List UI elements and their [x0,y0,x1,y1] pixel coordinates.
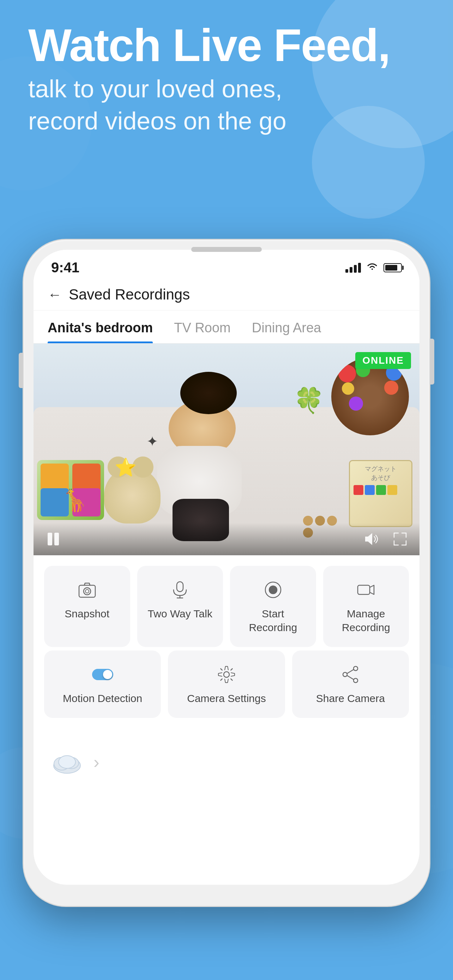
video-camera-icon [356,579,375,601]
pause-button[interactable] [44,530,62,548]
motion-detection-button[interactable]: Motion Detection [44,651,161,718]
volume-button[interactable] [363,530,381,548]
signal-bars-icon [345,263,361,273]
share-camera-button[interactable]: Share Camera [292,651,409,718]
status-time: 9:41 [51,259,79,275]
camera-settings-label: Camera Settings [187,691,265,705]
svg-rect-2 [79,585,95,597]
svg-line-15 [347,670,353,673]
svg-rect-5 [177,582,183,592]
hero-subtitle-line1: talk to your loved ones, [28,75,282,103]
fullscreen-button[interactable] [391,530,409,548]
video-controls [33,523,420,555]
hero-subtitle: talk to your loved ones, record videos o… [28,73,425,137]
gear-icon [217,663,236,686]
camera-tabs: Anita's bedroom TV Room Dining Area [33,310,420,344]
wifi-icon [366,261,378,274]
online-status-badge: ONLINE [355,352,411,369]
cloud-icon [48,743,86,781]
record-icon [264,579,283,601]
arrow-right-icon: › [94,752,100,772]
motion-detection-label: Motion Detection [63,691,142,705]
motion-detection-icon [92,663,113,686]
two-way-talk-button[interactable]: Two Way Talk [137,566,223,647]
manage-recording-button[interactable]: Manage Recording [323,566,409,647]
actions-row-2: Motion Detection Camera Settings [33,651,420,729]
hero-section: Watch Live Feed, talk to your loved ones… [0,21,453,137]
microphone-icon [170,579,189,601]
svg-point-4 [85,589,89,593]
snapshot-label: Snapshot [65,607,110,620]
start-recording-label: Start Recording [237,607,309,634]
phone-side-button-right [430,339,434,385]
back-button[interactable]: ← [48,287,62,303]
camera-settings-button[interactable]: Camera Settings [168,651,285,718]
nav-title: Saved Recordings [69,286,190,303]
hero-subtitle-line2: record videos on the go [28,107,286,135]
phone-mockup: 9:41 [24,240,429,906]
svg-point-9 [269,586,277,594]
status-icons [345,261,402,274]
bottom-section-peek: › [33,729,420,788]
start-recording-button[interactable]: Start Recording [230,566,316,647]
snapshot-icon [78,579,97,601]
svg-point-3 [84,588,91,595]
svg-rect-0 [48,533,52,546]
tab-tv-room[interactable]: TV Room [174,310,230,343]
video-feed[interactable]: 🍀 ⭐ ✦ マグネット [33,344,420,555]
svg-rect-1 [54,533,59,546]
manage-recording-label: Manage Recording [330,607,402,634]
share-camera-label: Share Camera [316,691,385,705]
battery-icon [383,263,402,272]
svg-point-14 [353,678,358,682]
tab-anitas-bedroom[interactable]: Anita's bedroom [48,310,153,343]
svg-line-16 [347,676,353,679]
svg-rect-10 [358,585,370,594]
phone-side-button-left [19,353,23,388]
tab-dining-area[interactable]: Dining Area [252,310,321,343]
share-icon [341,663,360,686]
nav-header: ← Saved Recordings [33,279,420,310]
hero-title: Watch Live Feed, [28,21,425,70]
status-bar: 9:41 [33,250,420,279]
snapshot-button[interactable]: Snapshot [44,566,130,647]
two-way-talk-label: Two Way Talk [148,607,212,620]
svg-point-12 [353,667,358,671]
svg-point-20 [59,756,75,768]
svg-point-11 [224,672,229,677]
actions-row-1: Snapshot Two Way Talk [33,555,420,651]
svg-point-13 [343,672,347,677]
